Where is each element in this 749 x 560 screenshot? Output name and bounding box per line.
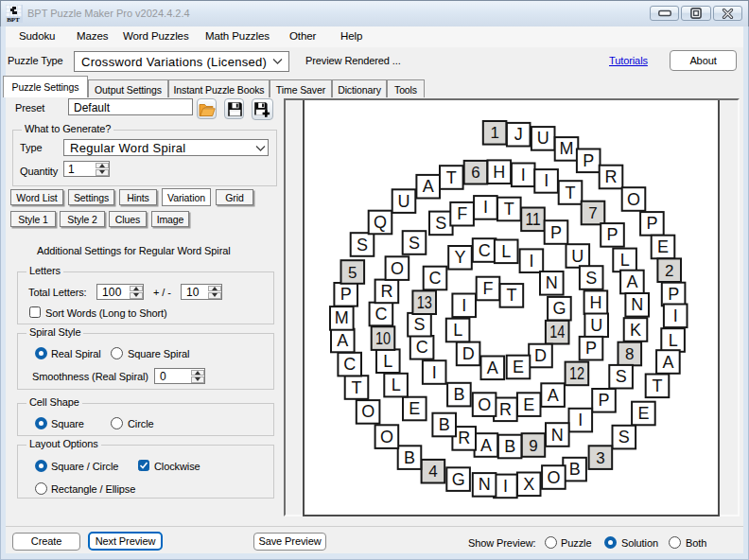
svg-text:C: C (416, 338, 428, 357)
svg-text:E: E (513, 358, 524, 376)
svg-text:E: E (657, 237, 669, 256)
svg-text:I: I (432, 363, 437, 382)
svg-text:O: O (361, 402, 374, 421)
svg-text:U: U (571, 247, 584, 266)
svg-text:O: O (391, 259, 404, 278)
svg-text:I: I (529, 252, 533, 271)
svg-text:2: 2 (665, 262, 673, 280)
svg-text:D: D (534, 346, 547, 365)
svg-text:A: A (423, 177, 434, 196)
svg-text:H: H (493, 163, 505, 182)
svg-text:N: N (546, 273, 558, 292)
svg-text:P: P (668, 285, 679, 304)
svg-text:O: O (627, 190, 640, 209)
svg-text:O: O (547, 468, 560, 487)
svg-text:N: N (479, 475, 491, 494)
svg-text:P: P (607, 225, 618, 244)
svg-text:5: 5 (348, 264, 357, 282)
svg-text:D: D (462, 344, 475, 363)
svg-text:K: K (630, 321, 641, 340)
svg-text:R: R (458, 429, 470, 447)
svg-text:G: G (452, 470, 465, 489)
svg-text:C: C (343, 355, 356, 374)
svg-text:12: 12 (569, 364, 584, 383)
svg-text:6: 6 (471, 164, 479, 182)
svg-text:S: S (616, 367, 627, 386)
svg-text:M: M (335, 308, 349, 327)
svg-text:T: T (506, 286, 516, 305)
svg-text:O: O (478, 395, 491, 414)
svg-text:B: B (504, 437, 515, 456)
svg-text:T: T (566, 184, 576, 202)
svg-text:I: I (544, 171, 549, 190)
svg-text:F: F (483, 279, 494, 298)
svg-text:T: T (653, 376, 663, 395)
svg-text:C: C (429, 269, 442, 288)
svg-text:L: L (453, 321, 462, 340)
svg-text:C: C (374, 305, 387, 324)
svg-text:S: S (435, 214, 446, 233)
svg-text:3: 3 (596, 449, 604, 467)
svg-text:T: T (504, 200, 514, 219)
svg-text:B: B (439, 415, 450, 434)
svg-text:G: G (552, 299, 566, 318)
svg-text:Q: Q (374, 213, 387, 232)
svg-text:Y: Y (455, 248, 466, 267)
svg-text:U: U (590, 316, 602, 335)
svg-text:X: X (523, 475, 534, 494)
svg-text:L: L (620, 251, 630, 270)
svg-text:I: I (503, 477, 508, 496)
svg-text:U: U (537, 129, 549, 148)
svg-text:8: 8 (625, 345, 634, 363)
svg-text:A: A (487, 359, 498, 377)
svg-text:P: P (585, 339, 597, 358)
svg-text:R: R (380, 282, 392, 301)
svg-text:B: B (404, 448, 415, 467)
svg-text:S: S (585, 269, 597, 288)
svg-text:T: T (352, 378, 362, 397)
svg-text:I: I (521, 166, 526, 184)
svg-text:P: P (340, 285, 352, 304)
svg-text:L: L (383, 352, 392, 371)
svg-text:O: O (380, 428, 393, 446)
svg-text:N: N (551, 426, 564, 445)
svg-text:C: C (479, 241, 491, 260)
svg-text:A: A (662, 353, 673, 372)
svg-text:I: I (578, 411, 583, 429)
svg-text:T: T (446, 168, 457, 187)
svg-text:P: P (599, 391, 610, 410)
svg-text:4: 4 (428, 463, 437, 481)
svg-text:J: J (514, 125, 523, 144)
svg-text:13: 13 (417, 293, 432, 312)
svg-text:I: I (462, 296, 466, 315)
svg-text:F: F (457, 204, 467, 223)
svg-text:E: E (409, 399, 420, 418)
svg-text:N: N (631, 295, 643, 314)
svg-text:S: S (409, 234, 420, 253)
svg-text:E: E (637, 404, 649, 423)
svg-text:L: L (392, 376, 401, 394)
svg-text:L: L (501, 242, 511, 261)
svg-text:R: R (605, 167, 618, 186)
svg-text:S: S (618, 428, 630, 446)
svg-text:R: R (499, 400, 512, 419)
svg-text:14: 14 (549, 323, 565, 341)
svg-text:1: 1 (490, 124, 498, 142)
svg-text:7: 7 (588, 204, 597, 222)
svg-text:H: H (589, 293, 601, 312)
svg-text:P: P (583, 151, 594, 170)
svg-text:U: U (398, 192, 410, 211)
svg-text:P: P (550, 223, 562, 242)
svg-text:A: A (337, 331, 348, 350)
svg-text:I: I (673, 306, 678, 325)
svg-text:B: B (569, 460, 581, 479)
svg-text:A: A (626, 272, 637, 291)
svg-text:P: P (646, 214, 657, 233)
svg-text:9: 9 (529, 437, 537, 455)
svg-text:B: B (453, 385, 464, 404)
svg-text:L: L (669, 331, 678, 350)
svg-text:10: 10 (375, 329, 391, 348)
svg-text:11: 11 (526, 210, 541, 229)
svg-text:S: S (357, 236, 368, 254)
svg-text:I: I (483, 198, 488, 217)
